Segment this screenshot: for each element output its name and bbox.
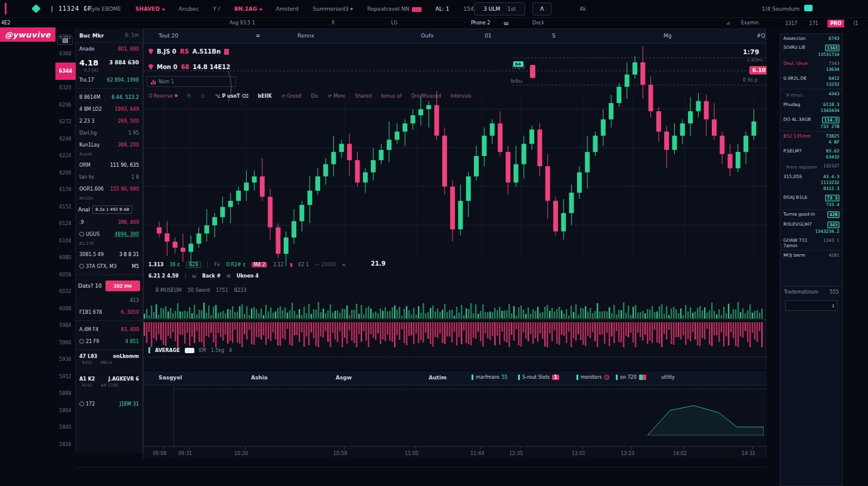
price-ladder-value[interactable]: 6104 <box>55 232 75 250</box>
watchlist-row[interactable]: ROLEVGLIH73431343234.2 <box>780 220 842 236</box>
price-ladder-value[interactable]: 6272 <box>55 114 75 131</box>
order-row[interactable]: 21 F94 851 <box>76 335 142 347</box>
watchlist-row[interactable]: 0.9R2L.DE041213232 <box>780 74 842 89</box>
orders-legend-item[interactable]: marfmare55 <box>472 375 508 380</box>
top-menu-item[interactable]: Repeatravel NN <box>367 6 421 12</box>
watchlist-row[interactable]: SOIRU LIE134313531734 <box>780 43 842 59</box>
order-row[interactable]: 2.23 3269, 500 <box>76 115 142 127</box>
chart-header-col[interactable]: S <box>552 33 556 39</box>
compass-icon[interactable]: ⊿ <box>726 20 730 26</box>
watchlist-search-input[interactable] <box>785 300 838 311</box>
price-ladder-value[interactable]: 6080 <box>55 250 75 267</box>
order-preset-button[interactable]: B.2a 1 492 B AB <box>92 205 132 214</box>
price-ladder-value[interactable]: 6200 <box>55 164 75 182</box>
watchlist-tab[interactable]: 1317 <box>782 20 800 27</box>
order-row[interactable]: Kun1Lay369, 200 <box>76 139 142 151</box>
watchlist-row[interactable]: MOJ berm4281 <box>780 251 842 260</box>
watchlist-row[interactable]: Devl. Unce734313634 <box>780 59 842 74</box>
watchlist-tab[interactable]: 171 <box>806 20 821 27</box>
order-size-box[interactable]: 3 ULM 1st <box>474 2 525 15</box>
order-row[interactable]: ORM111 90, 635 <box>76 159 142 171</box>
price-ladder-value[interactable]: 6128 <box>55 216 75 233</box>
watchlist-row[interactable]: Turnia good-in42B <box>780 210 842 220</box>
orders-legend-item[interactable]: monitors∅ <box>576 375 609 380</box>
order-row[interactable]: OGR1.606155 90, 690 <box>76 183 142 195</box>
watchlist-row[interactable]: DOAJ B1L673 3733.4 <box>780 193 842 210</box>
price-ladder-value[interactable]: 5912 <box>55 368 75 385</box>
order-row[interactable]: A.4M F483, 400 <box>76 323 142 335</box>
top-menu-item[interactable]: AL: 1 <box>436 6 450 12</box>
orders-legend-item[interactable]: on 720 <box>616 375 646 380</box>
order-row[interactable]: tan hs1 8 <box>76 171 142 183</box>
order-row[interactable]: 172J1EM 31 <box>76 398 142 410</box>
watchlist-row[interactable]: GOAW 711 7amin1343 1 <box>780 236 842 251</box>
price-ladder-value[interactable]: 5984 <box>55 317 75 335</box>
chart-header-col[interactable]: 01 <box>485 33 491 39</box>
chart-header-col[interactable]: Oufv <box>421 33 433 39</box>
price-ladder-value[interactable]: 6248 <box>55 130 75 148</box>
price-ladder-value[interactable]: 6368 <box>55 46 75 63</box>
watchlist-row[interactable]: Asseccion6743 <box>780 34 842 43</box>
order-row[interactable]: 3081.5 493 8 8 31 <box>76 248 142 260</box>
price-ladder-value[interactable]: 5840 <box>55 419 75 437</box>
order-row[interactable]: UGUS4894, 390 <box>76 228 142 240</box>
brand-logo[interactable]: @ywuvive <box>0 27 55 42</box>
price-ladder-value[interactable]: 6032 <box>55 284 75 301</box>
top-menu-item[interactable]: Amsterd <box>276 6 299 12</box>
monitor-icon[interactable] <box>804 5 813 11</box>
top-menu-item[interactable]: Y / <box>213 6 219 12</box>
order-panel-timeframe[interactable]: 6: 1m <box>125 33 139 38</box>
price-ladder-value[interactable]: 6320 <box>55 80 75 97</box>
price-ladder-value[interactable]: 6344 <box>55 63 76 80</box>
price-ladder-value[interactable]: 6056 <box>55 266 75 284</box>
order-row[interactable]: .9396, 400 <box>76 216 142 228</box>
save-disk-icon[interactable]: 🖴 <box>504 20 509 26</box>
price-ladder-value[interactable]: 6392 <box>55 29 75 46</box>
phone-menu[interactable]: Phone 2 <box>471 20 490 26</box>
tool-box[interactable]: Λ <box>532 2 551 15</box>
chart-header-col[interactable]: Mg <box>664 33 671 39</box>
order-row[interactable]: Anade801, 690 <box>76 43 142 55</box>
lg-label[interactable]: LG <box>391 20 398 26</box>
price-ladder-value[interactable]: 5960 <box>55 334 75 351</box>
chart-header-col[interactable]: ≡ <box>256 33 261 39</box>
price-ladder-value[interactable]: 5936 <box>55 351 75 369</box>
order-row[interactable]: 37A GTX, M3M5 <box>76 260 142 272</box>
watchlist-row[interactable]: B52 135mm738254 BF <box>780 132 842 147</box>
top-menu-item[interactable]: Avtyle EBOME <box>83 6 121 12</box>
orders-legend-item[interactable]: S-rout Slots1 <box>518 375 559 380</box>
time-axis[interactable]: 09:0809:3110:2010:5911:0511:4412:3513:01… <box>144 446 767 459</box>
orders-table-col[interactable]: Sasgyel <box>159 375 182 381</box>
price-ladder-value[interactable]: 6224 <box>55 148 75 165</box>
orders-table-col[interactable]: Asgw <box>336 375 352 381</box>
price-ladder-value[interactable]: 6176 <box>55 182 75 199</box>
top-menu-item[interactable]: SHAVED ◂ <box>135 6 165 12</box>
chart-header-col[interactable]: Tout 20 <box>159 33 178 39</box>
watchlist-row[interactable]: P.SELM783.6263432 <box>780 147 842 161</box>
watchlist-row[interactable]: DO 4L.3AGB114.3733 27B <box>780 115 842 132</box>
chart-header-col[interactable]: Rennx <box>297 33 314 39</box>
order-row[interactable]: Darl.hg1 95 <box>76 127 142 139</box>
watchlist-tab[interactable]: (1 <box>850 20 861 27</box>
watchlist-tab-active[interactable]: PRO <box>827 20 845 27</box>
price-ladder-value[interactable]: 5864 <box>55 402 75 419</box>
orders-table-col[interactable]: Autim <box>429 375 447 381</box>
oscillator-badge[interactable] <box>185 348 194 353</box>
deck-menu[interactable]: Deck <box>532 20 544 26</box>
orders-table-col[interactable]: Ashia <box>251 375 268 381</box>
price-ladder-value[interactable]: 5816 <box>55 436 75 453</box>
order-row[interactable]: B 8614M6.44, 523.2 <box>76 91 142 103</box>
order-row[interactable]: 4 8M LO21993, 649 <box>76 103 142 115</box>
price-ladder-value[interactable]: 5888 <box>55 385 75 403</box>
top-menu-item[interactable]: Summersed3 ▾ <box>313 6 353 12</box>
watchlist-row[interactable]: 315,05943.4.311132328312.3 <box>780 172 842 193</box>
top-menu-item[interactable]: BN.2AG ◂ <box>234 6 262 12</box>
top-menu-item[interactable]: Anubec <box>179 6 199 12</box>
orders-legend-item[interactable]: utility <box>661 375 675 380</box>
price-ladder-value[interactable]: 6008 <box>55 300 75 317</box>
order-row[interactable]: Tra.1762 894, 1998 <box>76 74 142 86</box>
candlestick-chart[interactable]: 1:79(1q4)1.42mv6.10brbu0 its pb4 <box>144 46 767 267</box>
buy-button[interactable]: 102 mv <box>106 281 140 291</box>
price-ladder-value[interactable]: 6152 <box>55 198 75 216</box>
watchlist-row[interactable]: Phudag6118.31343434 <box>780 100 842 115</box>
